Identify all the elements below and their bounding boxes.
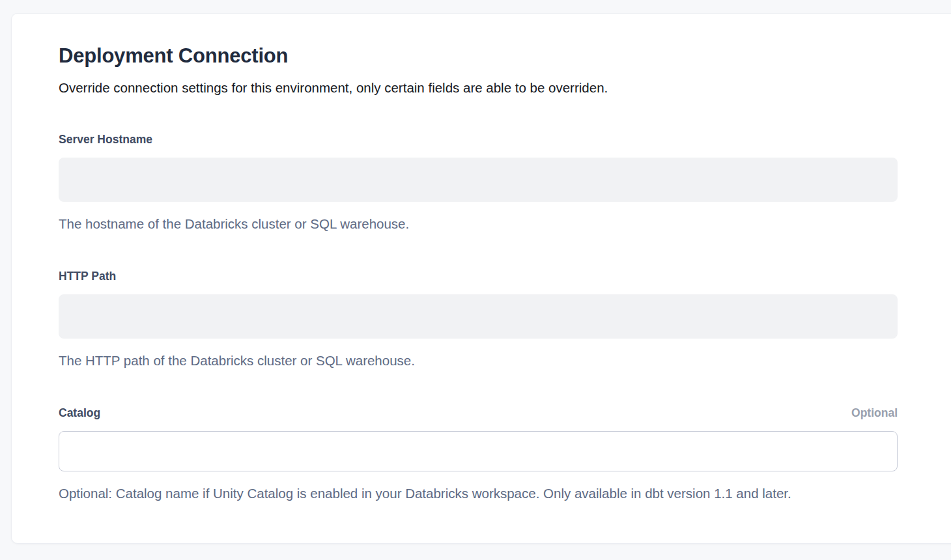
http-path-helper: The HTTP path of the Databricks cluster …: [59, 352, 898, 369]
page-subtitle: Override connection settings for this en…: [59, 79, 898, 96]
server-hostname-label: Server Hostname: [59, 132, 152, 147]
field-group-http-path: HTTP Path The HTTP path of the Databrick…: [59, 269, 898, 369]
http-path-input: [59, 294, 898, 339]
http-path-label: HTTP Path: [59, 269, 116, 283]
catalog-optional-tag: Optional: [851, 406, 898, 420]
deployment-connection-card: Deployment Connection Override connectio…: [11, 13, 951, 544]
server-hostname-input: [59, 158, 898, 202]
page-background: Deployment Connection Override connectio…: [0, 0, 951, 560]
server-hostname-helper: The hostname of the Databricks cluster o…: [59, 216, 898, 232]
field-group-catalog: Catalog Optional Optional: Catalog name …: [59, 406, 898, 502]
page-title: Deployment Connection: [59, 44, 898, 68]
http-path-label-row: HTTP Path: [59, 269, 898, 283]
field-group-server-hostname: Server Hostname The hostname of the Data…: [59, 132, 898, 232]
catalog-label: Catalog: [59, 406, 100, 420]
catalog-input[interactable]: [59, 431, 898, 471]
catalog-label-row: Catalog Optional: [59, 406, 898, 420]
catalog-helper: Optional: Catalog name if Unity Catalog …: [59, 485, 898, 502]
server-hostname-label-row: Server Hostname: [59, 132, 898, 147]
card-content: Deployment Connection Override connectio…: [59, 14, 898, 502]
